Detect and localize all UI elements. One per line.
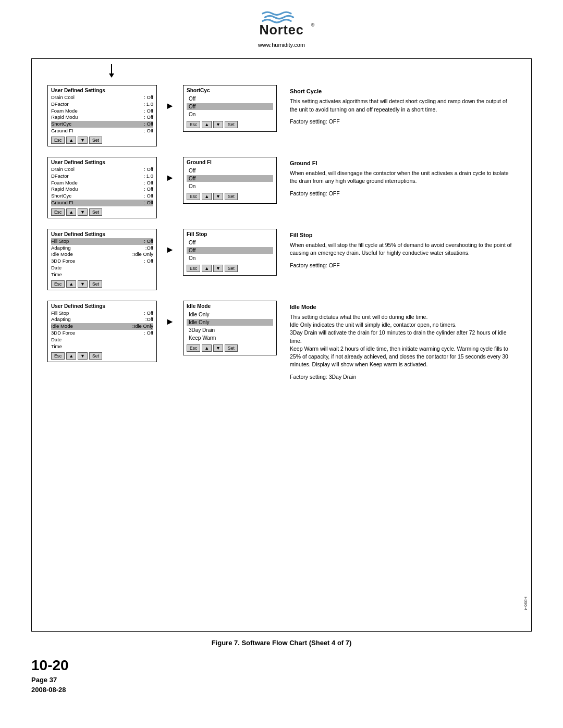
right-body-fillstop: When enabled, will stop the fill cycle a… [290,241,516,257]
opt-set-1[interactable]: Set [225,121,238,128]
settings-row-foam-1: Foam Mode: Off [51,108,153,115]
option-off-label-2: Off [187,167,273,174]
settings-buttons-1: Esc ▲ ▼ Set [51,137,153,144]
settings-row-idlemode-4: Idle Mode:Idle Only [51,323,153,330]
up-button-3[interactable]: ▲ [66,280,76,288]
settings-row-3ddforce-3: 3DD Force: Off [51,258,153,265]
settings-box-groundfi: User Defined Settings Drain Cool: Off DF… [47,157,157,218]
settings-row-rapid-2: Rapid Modu: Off [51,186,153,193]
option-on-3: On [187,255,273,262]
esc-button-4[interactable]: Esc [51,352,65,360]
down-button-1[interactable]: ▼ [78,137,88,144]
opt-set-3[interactable]: Set [225,265,238,272]
right-text-idlemode: Idle Mode This setting dictates what the… [277,301,516,381]
opt-set-4[interactable]: Set [225,344,238,352]
opt-down-1[interactable]: ▼ [213,121,223,128]
svg-text:Nortec: Nortec [259,22,303,37]
page-header: Nortec ® www.humidity.com [0,0,563,53]
option-box-fillstop: Fill Stop Off Off On Esc ▲ ▼ Set [183,229,277,276]
middle-panel-fillstop: Fill Stop Off Off On Esc ▲ ▼ Set [183,229,277,276]
opt-down-3[interactable]: ▼ [213,265,223,272]
up-button-2[interactable]: ▲ [66,208,76,216]
flow-row-fillstop: User Defined Settings Fill Stop: Off Ada… [47,229,516,290]
factory-setting-fillstop: Factory setting: OFF [290,262,516,269]
right-title-shortcycle: Short Cycle [290,88,516,95]
option-3daydrain: 3Day Drain [187,327,273,334]
left-panel-groundfi: User Defined Settings Drain Cool: Off DF… [47,157,157,218]
esc-button-1[interactable]: Esc [51,137,65,144]
esc-button-2[interactable]: Esc [51,208,65,216]
nortec-logo: Nortec ® [235,9,328,41]
option-buttons-4: Esc ▲ ▼ Set [187,344,273,352]
opt-up-1[interactable]: ▲ [202,121,212,128]
main-content-box: User Defined Settings Drain Cool: Off DF… [31,58,532,632]
option-buttons-2: Esc ▲ ▼ Set [187,193,273,200]
left-panel-idlemode: User Defined Settings Fill Stop: Off Ada… [47,301,157,362]
opt-esc-3[interactable]: Esc [187,265,200,272]
settings-row-rapid-1: Rapid Modu: Off [51,114,153,121]
opt-set-2[interactable]: Set [225,193,238,200]
set-button-2[interactable]: Set [89,208,102,216]
set-button-3[interactable]: Set [89,280,102,288]
factory-setting-shortcycle: Factory setting: OFF [290,118,516,126]
arrow-4: ► [157,301,183,327]
down-button-3[interactable]: ▼ [78,280,88,288]
opt-down-4[interactable]: ▼ [213,344,223,352]
middle-panel-idlemode: Idle Mode Idle Only Idle Only 3Day Drain… [183,301,277,355]
opt-down-2[interactable]: ▼ [213,193,223,200]
esc-button-3[interactable]: Esc [51,280,65,288]
settings-box-idlemode: User Defined Settings Fill Stop: Off Ada… [47,301,157,362]
down-button-4[interactable]: ▼ [78,352,88,360]
set-button-1[interactable]: Set [89,137,102,144]
settings-title-1: User Defined Settings [51,88,153,93]
option-buttons-1: Esc ▲ ▼ Set [187,121,273,128]
top-arrow-indicator [109,64,114,78]
opt-esc-4[interactable]: Esc [187,344,200,352]
option-box-groundfi: Ground FI Off Off On Esc ▲ ▼ Set [183,157,277,204]
settings-title-4: User Defined Settings [51,303,153,309]
right-body-idlemode: This setting dictates what the unit will… [290,313,516,369]
up-button-1[interactable]: ▲ [66,137,76,144]
side-label: H096-4 [523,597,528,610]
settings-row-shortcyc-2: ShortCyc: Off [51,193,153,200]
middle-panel-shortcycle: ShortCyc Off Off On Esc ▲ ▼ Set [183,85,277,132]
settings-row-groundfi-2: Ground FI: Off [51,200,153,206]
right-title-idlemode: Idle Mode [290,303,516,311]
left-panel-fillstop: User Defined Settings Fill Stop: Off Ada… [47,229,157,290]
option-title-groundfi: Ground FI [187,159,273,165]
arrow-1: ► [157,85,183,112]
option-keepwarm: Keep Warm [187,335,273,341]
settings-row-date-3: Date [51,265,153,272]
option-off-selected-2: Off [187,175,273,182]
option-off-label-1: Off [187,95,273,102]
opt-up-4[interactable]: ▲ [202,344,212,352]
right-title-fillstop: Fill Stop [290,231,516,239]
arrow-3: ► [157,229,183,255]
set-button-4[interactable]: Set [89,352,102,360]
right-text-groundfi: Ground FI When enabled, will disengage t… [277,157,516,198]
arrow-2: ► [157,157,183,183]
opt-up-2[interactable]: ▲ [202,193,212,200]
settings-row-idlemode-3: Idle Mode:Idle Only [51,251,153,258]
option-box-idlemode: Idle Mode Idle Only Idle Only 3Day Drain… [183,301,277,355]
option-box-shortcycle: ShortCyc Off Off On Esc ▲ ▼ Set [183,85,277,132]
settings-row-drain-cool-1: Drain Cool: Off [51,94,153,101]
flow-diagram: User Defined Settings Drain Cool: Off DF… [47,85,516,391]
opt-esc-2[interactable]: Esc [187,193,200,200]
page-label: Page 37 [31,676,532,684]
right-text-fillstop: Fill Stop When enabled, will stop the fi… [277,229,516,269]
opt-up-3[interactable]: ▲ [202,265,212,272]
option-off-label-3: Off [187,239,273,246]
option-off-selected-3: Off [187,247,273,254]
flow-row-idlemode: User Defined Settings Fill Stop: Off Ada… [47,301,516,381]
settings-row-foam-2: Foam Mode: Off [51,180,153,187]
option-idleonly-label: Idle Only [187,311,273,318]
option-title-fillstop: Fill Stop [187,231,273,237]
right-body-shortcycle: This setting activates algorithms that w… [290,97,516,113]
opt-esc-1[interactable]: Esc [187,121,200,128]
down-button-2[interactable]: ▼ [78,208,88,216]
settings-buttons-2: Esc ▲ ▼ Set [51,208,153,216]
up-button-4[interactable]: ▲ [66,352,76,360]
settings-row-groundfi-1: Ground FI: Off [51,128,153,134]
settings-row-adapting-4: Adapting:Off [51,316,153,323]
